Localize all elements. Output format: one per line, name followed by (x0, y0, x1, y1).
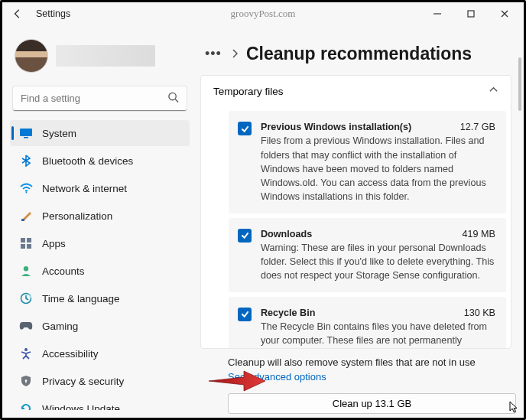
system-icon (19, 126, 33, 140)
item-desc: Warning: These are files in your persona… (261, 241, 495, 283)
svg-rect-9 (27, 238, 31, 243)
svg-line-3 (175, 99, 178, 103)
sidebar-item-label: Windows Update (42, 403, 120, 411)
item-name: Downloads (261, 227, 312, 241)
cleanup-button[interactable]: Clean up 13.1 GB (228, 393, 516, 414)
svg-rect-5 (24, 137, 28, 138)
items-list[interactable]: Previous Windows installation(s)12.7 GBF… (201, 106, 511, 348)
search-input[interactable] (13, 86, 187, 111)
gaming-icon (19, 319, 33, 333)
sidebar-item-system[interactable]: System (10, 120, 190, 146)
wifi-icon (19, 181, 33, 195)
sidebar-item-label: System (42, 128, 76, 139)
breadcrumb-more[interactable]: ••• (203, 46, 223, 62)
titlebar: Settings groovyPost.com (2, 2, 524, 25)
svg-rect-11 (27, 244, 31, 249)
apps-icon (19, 236, 33, 250)
back-button[interactable] (8, 5, 27, 23)
sidebar-item-bluetooth[interactable]: Bluetooth & devices (10, 148, 190, 174)
maximize-button[interactable] (458, 5, 484, 23)
privacy-icon (19, 374, 33, 388)
sidebar-item-wifi[interactable]: Network & internet (10, 175, 190, 201)
sidebar-item-gaming[interactable]: Gaming (10, 313, 190, 339)
sidebar-item-label: Time & language (42, 293, 120, 304)
sidebar-item-brush[interactable]: Personalization (10, 203, 190, 229)
sidebar-item-clock[interactable]: Time & language (10, 285, 190, 311)
sidebar-item-accessibility[interactable]: Accessibility (10, 340, 190, 366)
item-size: 12.7 GB (460, 120, 495, 134)
checkbox[interactable] (238, 122, 252, 135)
svg-point-2 (169, 93, 176, 99)
sidebar-item-account[interactable]: Accounts (10, 258, 190, 284)
svg-rect-7 (21, 219, 24, 221)
username-redacted (56, 45, 155, 67)
chevron-right-icon (231, 47, 239, 61)
svg-rect-16 (25, 381, 26, 383)
panel-header[interactable]: Temporary files (201, 76, 511, 106)
clock-icon (19, 291, 33, 305)
window-title: Settings (36, 8, 70, 19)
scrollbar-thumb[interactable] (518, 57, 521, 111)
cleanup-button-label: Clean up 13.1 GB (333, 398, 411, 409)
sidebar-item-label: Network & internet (42, 183, 127, 194)
bluetooth-icon (19, 154, 33, 168)
page-header: ••• Cleanup recommendations (197, 30, 516, 75)
item-name: Recycle Bin (261, 306, 315, 320)
update-icon (19, 402, 33, 410)
minimize-button[interactable] (424, 5, 450, 23)
sidebar-item-label: Privacy & security (42, 376, 124, 387)
panel-title: Temporary files (213, 86, 284, 97)
svg-rect-10 (21, 244, 25, 249)
chevron-up-icon (489, 85, 498, 97)
svg-point-14 (24, 348, 28, 351)
search-icon (167, 92, 179, 106)
watermark: groovyPost.com (231, 8, 296, 20)
sidebar: SystemBluetooth & devicesNetwork & inter… (2, 25, 197, 418)
page-title: Cleanup recommendations (246, 44, 472, 64)
cleanup-item: Downloads419 MBWarning: These are files … (229, 218, 506, 292)
search-field[interactable] (13, 86, 187, 111)
sidebar-item-apps[interactable]: Apps (10, 230, 190, 256)
temp-files-panel: Temporary files Previous Windows install… (200, 75, 511, 349)
sidebar-item-label: Bluetooth & devices (42, 155, 133, 167)
item-size: 419 MB (463, 227, 495, 241)
item-desc: Files from a previous Windows installati… (261, 134, 495, 203)
svg-point-6 (25, 192, 27, 194)
svg-point-12 (24, 266, 28, 271)
cleanup-item: Previous Windows installation(s)12.7 GBF… (229, 111, 506, 213)
accessibility-icon (19, 347, 33, 360)
item-name: Previous Windows installation(s) (261, 120, 411, 134)
account-icon (19, 264, 33, 278)
sidebar-item-label: Apps (42, 238, 66, 249)
item-desc: The Recycle Bin contains files you have … (261, 320, 495, 348)
svg-rect-4 (20, 129, 32, 136)
cursor-icon (509, 401, 520, 415)
main-content: ••• Cleanup recommendations Temporary fi… (197, 25, 524, 418)
svg-rect-8 (21, 238, 25, 243)
nav-list: SystemBluetooth & devicesNetwork & inter… (10, 120, 190, 410)
sidebar-item-label: Gaming (42, 321, 78, 332)
sidebar-item-label: Accessibility (42, 348, 99, 360)
cleanup-note: Cleanup will also remove system files th… (197, 349, 516, 368)
sidebar-item-privacy[interactable]: Privacy & security (10, 368, 190, 394)
avatar (15, 39, 48, 73)
profile[interactable] (10, 33, 190, 83)
sidebar-item-label: Accounts (42, 265, 85, 277)
advanced-options-link[interactable]: See advanced options (197, 368, 516, 390)
cleanup-item: Recycle Bin130 KBThe Recycle Bin contain… (229, 297, 506, 349)
sidebar-item-update[interactable]: Windows Update (10, 396, 190, 410)
checkbox[interactable] (238, 308, 252, 321)
item-size: 130 KB (464, 306, 495, 320)
svg-rect-1 (468, 11, 474, 17)
sidebar-item-label: Personalization (42, 210, 112, 222)
close-button[interactable] (492, 5, 518, 23)
checkbox[interactable] (238, 229, 252, 243)
brush-icon (19, 209, 33, 223)
